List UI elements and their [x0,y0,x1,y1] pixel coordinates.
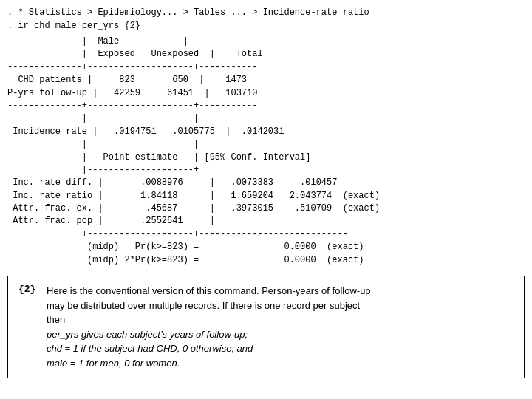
output-block: | Male | | Exposed Unexposed | Total ---… [0,35,532,270]
footnote-line-6: male = 1 for men, 0 for women. [47,358,180,369]
footnote-line-1: Here is the conventional version of this… [47,285,371,296]
footnote-text: Here is the conventional version of this… [47,284,371,370]
command-line: . ir chd male per_yrs {2} [7,19,525,33]
footnote-line-4: per_yrs gives each subject’s years of fo… [47,329,248,340]
footnote-line-2: may be distributed over multiple records… [47,300,360,311]
footnote-box: {2} Here is the conventional version of … [7,276,525,378]
footnote-number: {2} [18,284,39,295]
footnote-line-3: then [47,314,65,325]
breadcrumb: . * Statistics > Epidemiology... > Table… [7,6,525,19]
footnote-line-5: chd = 1 if the subject had CHD, 0 otherw… [47,343,253,354]
